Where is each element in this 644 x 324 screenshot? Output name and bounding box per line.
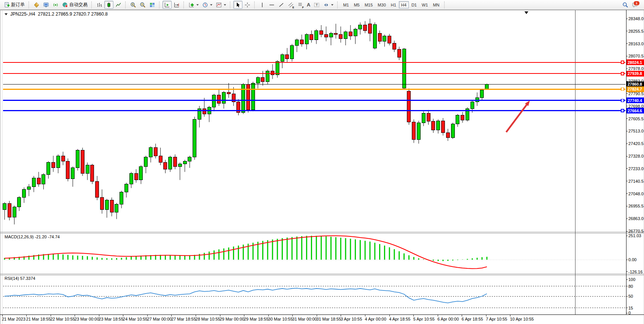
autoscroll-icon (164, 2, 170, 8)
time-axis[interactable]: 21 Mar 202321 Mar 18:5522 Mar 10:5523 Ma… (2, 314, 534, 321)
price-axis[interactable]: 28348.028255.528163.028070.527978.027883… (626, 16, 644, 233)
zoom-out-button[interactable] (138, 1, 147, 9)
arrows-icon (323, 2, 329, 8)
indicators-button[interactable] (187, 1, 200, 9)
timeframe-w1[interactable]: W1 (419, 1, 430, 8)
macd-panel[interactable]: 251.030.00-126.16 (3, 233, 642, 274)
chart-bars-button[interactable] (95, 1, 104, 9)
svg-text:21 Mar 2023: 21 Mar 2023 (2, 317, 26, 321)
toolbar-right-group: 1 (622, 2, 642, 8)
signals-button[interactable] (51, 1, 60, 9)
autotrading-icon (62, 2, 68, 8)
vertical-line-icon (259, 2, 265, 8)
timeframe-m5[interactable]: M5 (352, 1, 362, 8)
templates-button[interactable] (214, 1, 228, 9)
svg-text:50: 50 (628, 294, 633, 298)
market-depth-button[interactable] (32, 1, 41, 9)
timeframe-h4[interactable]: H4 (399, 1, 409, 8)
svg-text:27664.6: 27664.6 (628, 109, 642, 113)
chart-candles-button[interactable] (104, 1, 113, 9)
zoom-in-button[interactable] (129, 1, 138, 9)
horizontal-line-icon (269, 2, 275, 8)
fibonacci-letter: F (302, 6, 304, 9)
notification-badge: 1 (633, 1, 640, 6)
svg-text:30 Mar 10:55: 30 Mar 10:55 (268, 317, 293, 321)
crosshair-button[interactable] (243, 1, 252, 9)
channel-tool-button[interactable]: E (286, 1, 295, 9)
svg-text:27790.5: 27790.5 (628, 91, 644, 96)
notifications-chat-icon[interactable]: 1 (632, 2, 638, 8)
text-tool-button[interactable]: A (305, 1, 312, 9)
timeframe-m1[interactable]: M1 (341, 1, 351, 8)
svg-text:80: 80 (628, 284, 633, 289)
rsi-panel[interactable]: 1008050150 (3, 277, 635, 315)
cursor-button[interactable] (233, 1, 242, 9)
tile-windows-icon (149, 2, 155, 8)
svg-text:21 Mar 18:55: 21 Mar 18:55 (26, 317, 51, 321)
svg-text:27513.0: 27513.0 (628, 129, 644, 133)
svg-text:29 Mar 18:55: 29 Mar 18:55 (244, 317, 269, 321)
svg-text:27420.5: 27420.5 (628, 141, 644, 146)
timeframe-m15[interactable]: M15 (362, 1, 375, 8)
gold-diamond-icon (33, 2, 40, 8)
svg-text:28 Mar 10:55: 28 Mar 10:55 (196, 317, 220, 321)
chart-line-button[interactable] (114, 1, 123, 9)
toolbar-separator (337, 2, 339, 8)
terminal-icon (43, 2, 49, 8)
timeframe-h1[interactable]: H1 (389, 1, 399, 8)
template-icon (216, 2, 222, 8)
search-icon[interactable] (622, 2, 628, 8)
shift-marker-icon[interactable] (524, 11, 528, 14)
toolbar-separator (29, 2, 30, 8)
timeframe-d1[interactable]: D1 (409, 1, 419, 8)
svg-text:28348.0: 28348.0 (628, 16, 644, 21)
autoscroll-button[interactable] (163, 1, 172, 9)
text-tool-icon: A (307, 2, 310, 7)
tile-windows-button[interactable] (148, 1, 157, 9)
horizontal-line-tool-button[interactable] (267, 1, 276, 9)
svg-text:24 Mar 10:55: 24 Mar 10:55 (123, 317, 148, 321)
new-order-icon (4, 2, 10, 8)
svg-text:27328.0: 27328.0 (628, 154, 644, 158)
vertical-line-tool-button[interactable] (258, 1, 267, 9)
svg-text:6 Apr 18:55: 6 Apr 18:55 (462, 317, 483, 321)
terminal-button[interactable] (41, 1, 51, 9)
toolbar-separator (230, 2, 232, 8)
periods-button[interactable] (201, 1, 214, 9)
arrow-annotation[interactable] (506, 101, 530, 132)
new-order-button[interactable]: 新订单 (2, 1, 26, 9)
svg-text:29 Mar 00:00: 29 Mar 00:00 (220, 317, 244, 321)
trendline-icon (278, 2, 284, 8)
svg-text:15: 15 (628, 306, 633, 310)
new-order-label: 新订单 (11, 2, 25, 8)
autotrading-button[interactable]: 自动交易 (61, 1, 89, 9)
equidistant-channel-icon: E (288, 2, 294, 8)
svg-text:0: 0 (628, 311, 631, 315)
svg-text:6 Apr 00:00: 6 Apr 00:00 (437, 317, 459, 321)
trendline-tool-button[interactable] (277, 1, 286, 9)
arrows-tool-button[interactable] (322, 1, 335, 9)
timeframe-mn[interactable]: MN (430, 1, 442, 8)
ohlc-values: 27821.2 27865.9 27820.7 27860.8 (38, 11, 108, 17)
chart-shift-button[interactable] (172, 1, 181, 9)
svg-text:27 Mar 00:00: 27 Mar 00:00 (147, 317, 172, 321)
channel-letter: E (292, 6, 294, 9)
timeframe-m30[interactable]: M30 (375, 1, 388, 8)
svg-text:23 Mar 18:55: 23 Mar 18:55 (99, 317, 123, 321)
toolbar-separator (254, 2, 256, 8)
svg-text:26955.5: 26955.5 (628, 204, 644, 208)
clock-icon (202, 2, 208, 8)
svg-text:0.00: 0.00 (628, 257, 636, 262)
svg-text:3 Apr 10:55: 3 Apr 10:55 (341, 317, 362, 321)
text-label-tool-button[interactable]: T (312, 1, 321, 9)
candlestick-icon (106, 2, 112, 8)
svg-text:23 Mar 00:00: 23 Mar 00:00 (75, 317, 99, 321)
fibonacci-tool-button[interactable]: F (296, 1, 305, 9)
zoom-out-icon (140, 2, 146, 8)
dropdown-caret-icon (196, 4, 199, 6)
hline-objects[interactable] (3, 61, 625, 112)
chart-canvas[interactable]: 28348.028255.528163.028070.527978.027883… (0, 10, 644, 324)
chart-menu-icon[interactable] (5, 13, 8, 15)
chart-shift-icon (174, 2, 180, 8)
svg-text:22 Mar 10:55: 22 Mar 10:55 (50, 317, 75, 321)
